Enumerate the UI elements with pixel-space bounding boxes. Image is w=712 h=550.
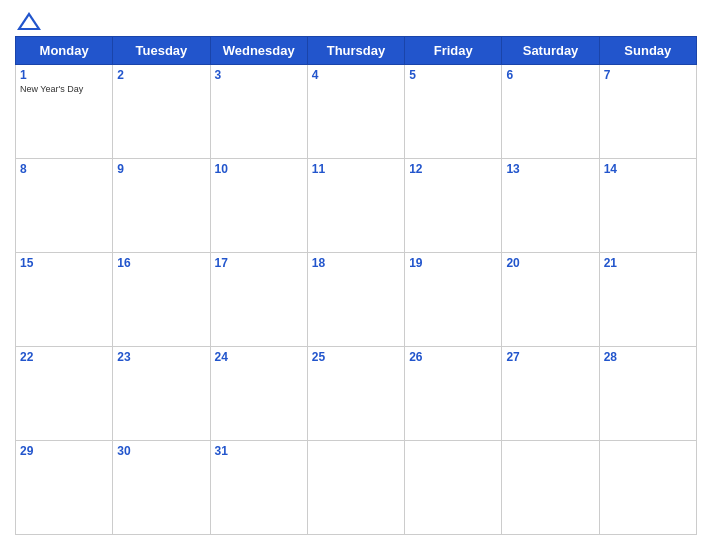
logo	[15, 10, 47, 32]
calendar-cell: 27	[502, 347, 599, 441]
calendar-cell: 23	[113, 347, 210, 441]
calendar-cell: 31	[210, 441, 307, 535]
calendar-cell: 28	[599, 347, 696, 441]
calendar-week-row: 22232425262728	[16, 347, 697, 441]
calendar-cell: 25	[307, 347, 404, 441]
calendar-cell: 8	[16, 159, 113, 253]
calendar-cell	[502, 441, 599, 535]
calendar-cell: 5	[405, 65, 502, 159]
weekday-header-saturday: Saturday	[502, 37, 599, 65]
weekday-header-tuesday: Tuesday	[113, 37, 210, 65]
calendar-cell: 19	[405, 253, 502, 347]
day-number: 22	[20, 350, 108, 364]
weekday-header-sunday: Sunday	[599, 37, 696, 65]
holiday-label: New Year's Day	[20, 84, 108, 94]
calendar-cell	[599, 441, 696, 535]
calendar-cell: 12	[405, 159, 502, 253]
day-number: 5	[409, 68, 497, 82]
calendar-cell: 14	[599, 159, 696, 253]
calendar-cell: 15	[16, 253, 113, 347]
weekday-header-wednesday: Wednesday	[210, 37, 307, 65]
day-number: 25	[312, 350, 400, 364]
logo-icon	[15, 10, 43, 32]
weekday-header-friday: Friday	[405, 37, 502, 65]
calendar-week-row: 1New Year's Day234567	[16, 65, 697, 159]
calendar-cell	[405, 441, 502, 535]
day-number: 20	[506, 256, 594, 270]
calendar-week-row: 293031	[16, 441, 697, 535]
calendar-cell: 9	[113, 159, 210, 253]
day-number: 7	[604, 68, 692, 82]
calendar-cell: 30	[113, 441, 210, 535]
day-number: 29	[20, 444, 108, 458]
day-number: 12	[409, 162, 497, 176]
day-number: 13	[506, 162, 594, 176]
calendar-cell: 21	[599, 253, 696, 347]
calendar-week-row: 891011121314	[16, 159, 697, 253]
weekday-header-monday: Monday	[16, 37, 113, 65]
calendar-body: 1New Year's Day2345678910111213141516171…	[16, 65, 697, 535]
calendar-cell: 18	[307, 253, 404, 347]
day-number: 15	[20, 256, 108, 270]
calendar-cell: 22	[16, 347, 113, 441]
calendar-table: MondayTuesdayWednesdayThursdayFridaySatu…	[15, 36, 697, 535]
weekday-header-thursday: Thursday	[307, 37, 404, 65]
calendar-cell: 10	[210, 159, 307, 253]
calendar-cell: 2	[113, 65, 210, 159]
calendar-cell: 1New Year's Day	[16, 65, 113, 159]
day-number: 4	[312, 68, 400, 82]
calendar-cell	[307, 441, 404, 535]
calendar-cell: 29	[16, 441, 113, 535]
day-number: 2	[117, 68, 205, 82]
day-number: 11	[312, 162, 400, 176]
day-number: 24	[215, 350, 303, 364]
day-number: 16	[117, 256, 205, 270]
calendar-cell: 4	[307, 65, 404, 159]
day-number: 26	[409, 350, 497, 364]
day-number: 17	[215, 256, 303, 270]
calendar-cell: 11	[307, 159, 404, 253]
day-number: 10	[215, 162, 303, 176]
calendar-cell: 6	[502, 65, 599, 159]
calendar-cell: 17	[210, 253, 307, 347]
day-number: 31	[215, 444, 303, 458]
day-number: 21	[604, 256, 692, 270]
calendar-cell: 26	[405, 347, 502, 441]
day-number: 6	[506, 68, 594, 82]
day-number: 14	[604, 162, 692, 176]
day-number: 1	[20, 68, 108, 82]
day-number: 28	[604, 350, 692, 364]
day-number: 8	[20, 162, 108, 176]
day-number: 23	[117, 350, 205, 364]
calendar-cell: 7	[599, 65, 696, 159]
day-number: 9	[117, 162, 205, 176]
day-number: 18	[312, 256, 400, 270]
day-number: 27	[506, 350, 594, 364]
day-number: 30	[117, 444, 205, 458]
day-number: 19	[409, 256, 497, 270]
calendar-week-row: 15161718192021	[16, 253, 697, 347]
calendar-cell: 3	[210, 65, 307, 159]
calendar-cell: 13	[502, 159, 599, 253]
day-number: 3	[215, 68, 303, 82]
calendar-cell: 20	[502, 253, 599, 347]
weekday-header-row: MondayTuesdayWednesdayThursdayFridaySatu…	[16, 37, 697, 65]
calendar-cell: 16	[113, 253, 210, 347]
calendar-cell: 24	[210, 347, 307, 441]
